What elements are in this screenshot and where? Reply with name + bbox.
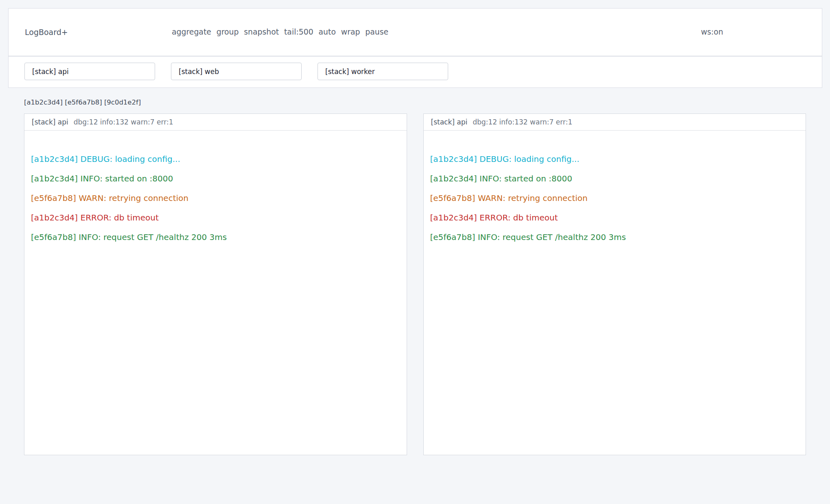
log-line-info: [e5f6a7b8] INFO: request GET /healthz 20… <box>430 227 799 247</box>
filter-input-api[interactable] <box>24 63 155 80</box>
panel-title: [stack] api <box>431 118 468 126</box>
header-bar: LogBoard+ aggregategroupsnapshottail:500… <box>8 8 822 56</box>
app-title: LogBoard+ <box>25 28 68 37</box>
panel-header: [stack] api dbg:12 info:132 warn:7 err:1 <box>24 114 407 131</box>
log-line-error: [a1b2c3d4] ERROR: db timeout <box>430 208 799 227</box>
toolbar-item-auto[interactable]: auto <box>319 28 336 36</box>
panel-level-counts: dbg:12 info:132 warn:7 err:1 <box>473 118 572 126</box>
toolbar-item-aggregate[interactable]: aggregate <box>172 28 211 36</box>
log-line-info: [a1b2c3d4] INFO: started on :8000 <box>430 169 799 188</box>
filter-bar <box>8 56 822 88</box>
log-line-info: [e5f6a7b8] INFO: request GET /healthz 20… <box>31 227 400 247</box>
filter-input-worker[interactable] <box>318 63 448 80</box>
toolbar-item-pause[interactable]: pause <box>365 28 388 36</box>
filter-input-web[interactable] <box>171 63 302 80</box>
panel-level-counts: dbg:12 info:132 warn:7 err:1 <box>74 118 173 126</box>
log-line-warn: [e5f6a7b8] WARN: retrying connection <box>430 188 799 208</box>
log-list[interactable]: [a1b2c3d4] DEBUG: loading config...[a1b2… <box>24 131 407 247</box>
log-panel-left: [stack] api dbg:12 info:132 warn:7 err:1… <box>24 113 407 455</box>
toolbar-item-tail-500[interactable]: tail:500 <box>284 28 313 36</box>
log-panels: [stack] api dbg:12 info:132 warn:7 err:1… <box>24 113 806 455</box>
trace-id-list: [a1b2c3d4] [e5f6a7b8] [9c0d1e2f] <box>24 98 141 106</box>
log-list[interactable]: [a1b2c3d4] DEBUG: loading config...[a1b2… <box>424 131 806 247</box>
log-line-debug: [a1b2c3d4] DEBUG: loading config... <box>31 149 400 169</box>
toolbar-item-wrap[interactable]: wrap <box>341 28 360 36</box>
log-line-warn: [e5f6a7b8] WARN: retrying connection <box>31 188 400 208</box>
ws-status-toggle[interactable]: ws:on <box>701 8 723 55</box>
panel-header: [stack] api dbg:12 info:132 warn:7 err:1 <box>424 114 806 131</box>
toolbar-item-snapshot[interactable]: snapshot <box>244 28 279 36</box>
log-panel-right: [stack] api dbg:12 info:132 warn:7 err:1… <box>423 113 806 455</box>
log-line-debug: [a1b2c3d4] DEBUG: loading config... <box>430 149 799 169</box>
toolbar-menu: aggregategroupsnapshottail:500autowrappa… <box>172 8 388 55</box>
toolbar-item-group[interactable]: group <box>217 28 239 36</box>
log-line-error: [a1b2c3d4] ERROR: db timeout <box>31 208 400 227</box>
panel-title: [stack] api <box>32 118 68 126</box>
log-line-info: [a1b2c3d4] INFO: started on :8000 <box>31 169 400 188</box>
